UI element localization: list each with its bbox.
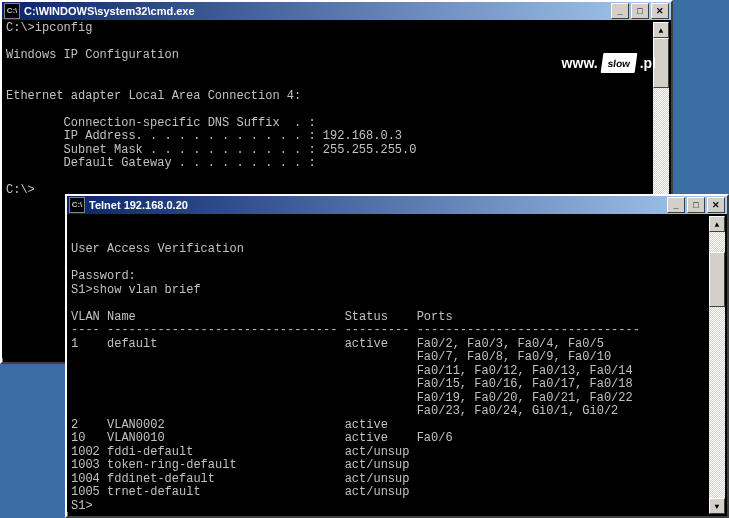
cmd-icon: C:\ — [69, 197, 85, 213]
close-button[interactable]: ✕ — [651, 3, 669, 19]
maximize-button[interactable]: □ — [687, 197, 705, 213]
minimize-button[interactable]: _ — [667, 197, 685, 213]
telnet-scrollbar[interactable]: ▲ ▼ — [709, 216, 725, 514]
telnet-titlebar[interactable]: C:\ Telnet 192.168.0.20 _ □ ✕ — [67, 196, 727, 214]
scroll-track[interactable] — [709, 232, 725, 498]
telnet-window-buttons: _ □ ✕ — [665, 197, 725, 213]
close-button[interactable]: ✕ — [707, 197, 725, 213]
telnet-window: C:\ Telnet 192.168.0.20 _ □ ✕ User Acces… — [65, 194, 729, 518]
scroll-thumb[interactable] — [653, 38, 669, 88]
minimize-button[interactable]: _ — [611, 3, 629, 19]
cmd-icon: C:\ — [4, 3, 20, 19]
cmd-titlebar[interactable]: C:\ C:\WINDOWS\system32\cmd.exe _ □ ✕ — [2, 2, 671, 20]
scroll-thumb[interactable] — [709, 252, 725, 307]
cmd-window-title: C:\WINDOWS\system32\cmd.exe — [24, 5, 609, 17]
scroll-down-button[interactable]: ▼ — [709, 498, 725, 514]
telnet-window-title: Telnet 192.168.0.20 — [89, 199, 665, 211]
scroll-up-button[interactable]: ▲ — [653, 22, 669, 38]
cmd-window-buttons: _ □ ✕ — [609, 3, 669, 19]
maximize-button[interactable]: □ — [631, 3, 649, 19]
telnet-terminal-output[interactable]: User Access Verification Password: S1>sh… — [67, 214, 711, 512]
scroll-up-button[interactable]: ▲ — [709, 216, 725, 232]
